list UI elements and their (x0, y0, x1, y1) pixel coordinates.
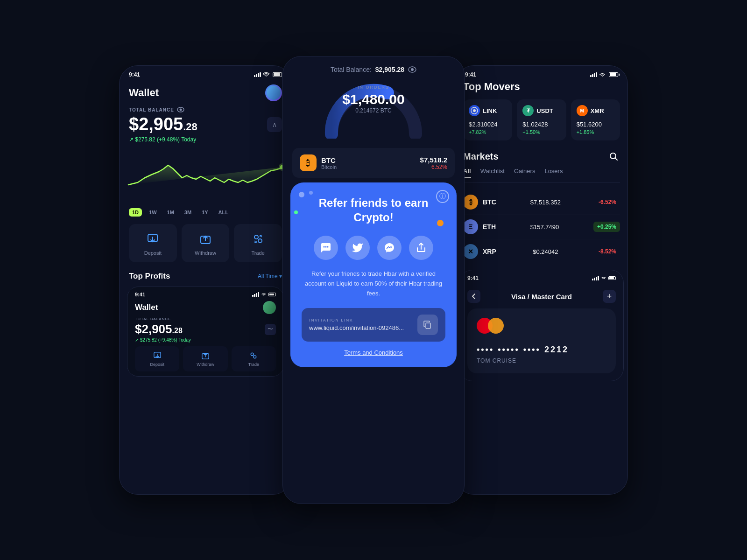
svg-point-13 (411, 68, 414, 71)
xrp-market-icon: ✕ (463, 244, 478, 259)
warning-icon[interactable]: ⓘ (436, 190, 449, 203)
balance-amount: $2,905.28 (129, 114, 197, 134)
balance-row: $2,905.28 ∧ (129, 114, 282, 134)
svg-point-1 (179, 109, 182, 111)
btc-change: 6.52% (420, 164, 447, 170)
twitter-share-button[interactable] (345, 236, 370, 260)
card-header: Visa / Master Card + (460, 284, 623, 308)
time-filter-all[interactable]: ALL (215, 208, 232, 217)
card-status-time: 9:41 (467, 275, 479, 281)
card-title: Visa / Master Card (480, 293, 603, 301)
right-wifi-icon (599, 72, 606, 77)
svg-point-6 (254, 235, 258, 239)
back-button[interactable] (467, 290, 480, 303)
mover-usdt[interactable]: ₮ USDT $1.02428 +1.50% (517, 99, 566, 140)
link-change: +7.82% (469, 129, 507, 135)
withdraw-button[interactable]: Withdraw (182, 224, 230, 262)
balance-eye-icon[interactable] (408, 66, 416, 73)
all-time-filter[interactable]: All Time ▾ (258, 273, 282, 280)
btc-market-left: ₿ BTC (463, 195, 496, 210)
btc-price: $7,518.2 (420, 156, 447, 164)
nested-withdraw-btn[interactable]: Withdraw (183, 346, 227, 371)
nested-collapse-btn[interactable]: 〜 (265, 324, 276, 335)
nested-withdraw-icon (201, 351, 210, 360)
btc-market-icon: ₿ (463, 195, 478, 210)
deposit-button[interactable]: Deposit (129, 224, 177, 262)
total-balance-bar: Total Balance: $2,905.28 (292, 66, 455, 73)
collapse-button[interactable]: ∧ (267, 117, 282, 132)
mover-xmr[interactable]: M XMR $51.6200 +1.85% (571, 99, 620, 140)
status-icons-left (254, 72, 282, 77)
mover-link[interactable]: LINK $2.310024 +7.82% (463, 99, 512, 140)
tab-watchlist[interactable]: Watchlist (480, 168, 505, 178)
signal-icon (254, 72, 261, 77)
svg-point-7 (258, 239, 262, 243)
trade-button[interactable]: Trade (234, 224, 282, 262)
share-buttons (302, 236, 445, 260)
eye-icon[interactable] (177, 107, 184, 112)
status-bar-right: 9:41 (456, 66, 627, 81)
market-row-xrp[interactable]: ✕ XRP $0.24042 -8.52% (463, 239, 620, 264)
upload-share-button[interactable] (409, 236, 433, 260)
nested-balance-section: TOTAL BALANCE $2,905.28 〜 ↗ $275.82 (+9.… (135, 317, 276, 343)
markets-tabs: All Watchlist Gainers Losers (463, 168, 620, 182)
time-filter-1y[interactable]: 1Y (198, 208, 211, 217)
copy-button[interactable] (417, 315, 438, 335)
xmr-change: +1.85% (577, 129, 614, 135)
tab-gainers[interactable]: Gainers (514, 168, 536, 178)
trade-label: Trade (252, 250, 265, 256)
nested-balance-row: $2,905.28 〜 (135, 322, 276, 336)
svg-point-16 (327, 246, 329, 248)
time-filter-1d[interactable]: 1D (129, 208, 142, 217)
eth-market-change: +0.25% (593, 222, 620, 232)
deposit-icon (144, 231, 161, 247)
time-filter-1w[interactable]: 1W (146, 208, 160, 217)
btc-right: $7,518.2 6.52% (420, 156, 447, 170)
mover-usdt-top: ₮ USDT (522, 105, 560, 116)
add-card-button[interactable]: + (603, 290, 616, 303)
market-row-btc[interactable]: ₿ BTC $7,518.352 -6.52% (463, 190, 620, 215)
status-time-left: 9:41 (129, 71, 140, 78)
invitation-label: INVITATION LINK (309, 318, 404, 322)
usdt-change: +1.50% (522, 129, 560, 135)
top-profits-title: Top Profits (129, 272, 170, 281)
card-holder: TOM CRUISE (477, 357, 606, 364)
orders-section: IN ORDERS $1,480.00 0.214672 BTC (283, 78, 464, 143)
nested-deposit-btn[interactable]: Deposit (135, 346, 179, 371)
nested-balance-amount: $2,905.28 (135, 322, 183, 336)
wallet-title: Wallet (129, 87, 159, 99)
nested-time: 9:41 (135, 292, 145, 297)
nested-phone-preview: 9:41 Wallet (127, 287, 284, 377)
link-name: LINK (483, 107, 497, 114)
terms-link[interactable]: Terms and Conditions (302, 349, 445, 356)
usdt-coin-icon: ₮ (522, 105, 534, 116)
nested-trade-btn[interactable]: Trade (232, 346, 276, 371)
nested-wifi-icon (261, 293, 267, 296)
right-main: Top Movers LINK $2.310024 +7.82% (456, 81, 627, 264)
nested-action-buttons: Deposit Withdraw Trade (135, 346, 276, 371)
wifi-icon (263, 72, 269, 77)
messenger-share-button[interactable] (377, 236, 402, 260)
time-filter-3m[interactable]: 3M (181, 208, 195, 217)
xmr-price: $51.6200 (577, 121, 614, 128)
balance-label: TOTAL BALANCE (129, 107, 282, 112)
invitation-link: www.liquid.com/invitation-092486... (309, 324, 404, 331)
time-filter-1m[interactable]: 1M (164, 208, 177, 217)
screen-container: 9:41 Wallet TOTAL BALAN (47, 23, 700, 537)
wallet-header: Wallet (120, 81, 291, 107)
eth-market-name: ETH (483, 223, 496, 231)
market-row-eth[interactable]: Ξ ETH $157.7490 +0.25% (463, 215, 620, 239)
orders-label: IN ORDERS (342, 85, 404, 90)
svg-point-10 (251, 353, 254, 356)
avatar[interactable] (265, 84, 282, 101)
search-button[interactable] (607, 150, 620, 163)
deposit-label: Deposit (144, 250, 162, 256)
dot-green (294, 210, 298, 214)
card-status-icons (592, 276, 616, 280)
message-share-button[interactable] (314, 236, 338, 260)
chart-svg (124, 152, 287, 203)
btc-icon: ₿ (300, 154, 317, 171)
card-number: •••• ••••• •••• 2212 (477, 345, 606, 355)
tab-losers[interactable]: Losers (544, 168, 563, 178)
orders-amount: $1,480.00 (342, 91, 404, 107)
